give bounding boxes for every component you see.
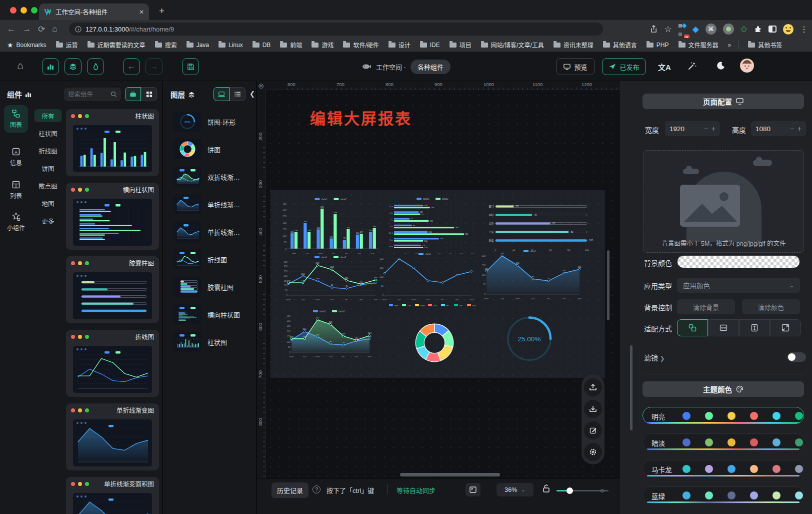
fit-height-button[interactable]	[739, 319, 770, 336]
category-饼图[interactable]: 饼图	[34, 162, 62, 175]
extension-star-icon[interactable]: ✩	[740, 24, 748, 35]
bookmark-folder[interactable]: 运营	[56, 41, 78, 49]
theme-color-dot[interactable]	[795, 491, 803, 499]
category-折线图[interactable]: 折线图	[34, 144, 62, 157]
toggle-list-view[interactable]	[230, 87, 246, 101]
bookmark-folder[interactable]: 设计	[388, 41, 410, 49]
toggle-grid-view[interactable]	[141, 87, 157, 101]
bookmark-folder[interactable]: 软件/硬件	[343, 41, 378, 49]
theme-color-dot[interactable]	[750, 438, 758, 446]
layer-item[interactable]: 折线图	[162, 247, 256, 272]
chart-capsule-bars[interactable]: 厦门20南阳40北京60上海80新疆100020406080100	[482, 197, 595, 252]
bookmark-folder[interactable]: 前端	[280, 41, 302, 49]
bookmark-folder[interactable]: 网站/博客/文章/工具	[481, 41, 544, 49]
theme-color-dot[interactable]	[682, 438, 690, 446]
search-input[interactable]	[68, 91, 108, 98]
extension-dot-icon[interactable]	[723, 24, 734, 35]
background-color-swatch[interactable]	[677, 255, 800, 268]
sidebar-toggle-icon[interactable]	[768, 26, 776, 33]
component-card[interactable]: 胶囊柱图	[66, 256, 159, 323]
site-info-icon[interactable]	[75, 26, 82, 33]
panel-scrollbar[interactable]	[630, 345, 632, 430]
component-card[interactable]: 单折线渐变图	[66, 403, 159, 470]
bookmark-folder[interactable]: IDE	[420, 42, 440, 49]
address-bar[interactable]: 127.0.0.1:3000/#/chart/home/9	[69, 23, 603, 36]
browser-tab[interactable]: 工作空间-各种组件 ✕	[39, 4, 149, 20]
theme-color-dot[interactable]	[728, 438, 736, 446]
layer-item[interactable]: 双折线渐…	[162, 164, 256, 189]
clear-background-button[interactable]: 清除背景	[677, 299, 735, 314]
theme-color-dot[interactable]	[682, 491, 690, 499]
history-button[interactable]: 历史记录	[272, 482, 308, 498]
bookmark-folder[interactable]: 近期需要读的文章	[88, 41, 146, 49]
decrement-icon[interactable]: −	[704, 125, 708, 133]
chart-line-single[interactable]: data1050100150200MonTueWedThuFriSatSun	[376, 251, 476, 301]
rail-item-0[interactable]: 图表	[4, 105, 28, 133]
theme-row-暗淡[interactable]: 暗淡	[642, 433, 804, 450]
layer-item[interactable]: 25% 饼图-环形	[162, 109, 256, 134]
theme-color-dot[interactable]	[705, 412, 713, 420]
increment-icon[interactable]: +	[712, 125, 716, 133]
bookmark-folder[interactable]: 游戏	[312, 41, 334, 49]
app-type-select[interactable]: 应用颜色 ⌄	[677, 278, 800, 293]
bookmark-folder[interactable]: Linux	[218, 42, 243, 49]
extension-command-icon[interactable]: ⌘	[706, 24, 716, 35]
bookmark-folder[interactable]: 项目	[450, 41, 472, 49]
theme-color-dot[interactable]	[772, 438, 780, 446]
dashboard-screen[interactable]: data1data2050100150200250300350120130Mon…	[270, 190, 605, 378]
bookmark-folder[interactable]: 文件服务器	[678, 41, 718, 49]
page-config-header[interactable]: 页面配置	[642, 94, 804, 109]
preview-button[interactable]: 预览	[556, 58, 595, 75]
component-card[interactable]: 横向柱状图	[66, 183, 159, 250]
theme-row-马卡龙[interactable]: 马卡龙	[642, 460, 804, 477]
project-name-pill[interactable]: 各种组件	[410, 60, 450, 74]
ruler-origin-icon[interactable]: ◎	[256, 81, 266, 90]
window-zoom-button[interactable]	[31, 7, 38, 14]
category-地图[interactable]: 地图	[34, 197, 62, 210]
menu-dots-icon[interactable]: ⋮	[800, 25, 808, 34]
filter-toggle[interactable]	[787, 352, 806, 362]
zoom-slider-knob[interactable]	[566, 487, 573, 494]
theme-color-dot[interactable]	[750, 412, 758, 420]
tab-close-icon[interactable]: ✕	[139, 9, 144, 16]
zoom-slider[interactable]	[556, 490, 608, 491]
chart-donut-week[interactable]: MonTueWedThuFriSatSun	[384, 301, 484, 376]
export-button[interactable]	[584, 400, 602, 418]
bookmarks-overflow[interactable]: »	[728, 42, 732, 49]
window-minimize-button[interactable]	[20, 7, 27, 14]
forward-icon[interactable]: →	[22, 24, 31, 34]
window-close-button[interactable]	[10, 7, 16, 14]
unlock-icon[interactable]	[542, 484, 550, 492]
theme-row-蓝绿[interactable]: 蓝绿	[642, 486, 804, 503]
zoom-select[interactable]: 36%⌄	[496, 483, 534, 496]
theme-color-dot[interactable]	[750, 465, 758, 473]
profile-avatar[interactable]	[783, 24, 794, 35]
increment-icon[interactable]: +	[798, 125, 802, 133]
toggle-thumbnail-view[interactable]	[214, 87, 230, 101]
toggle-box-view[interactable]	[125, 87, 141, 101]
bookmark-folder[interactable]: PHP	[646, 42, 669, 49]
height-input[interactable]: 1080 −+	[751, 121, 806, 136]
share-icon[interactable]	[650, 25, 658, 33]
category-柱状图[interactable]: 柱状图	[34, 127, 62, 140]
theme-color-dot[interactable]	[795, 438, 803, 446]
width-input[interactable]: 1920 −+	[665, 121, 720, 136]
bookmark-folder[interactable]: DB	[252, 42, 271, 49]
drawer-button[interactable]	[466, 483, 480, 496]
big-screen-title-text[interactable]: 编辑大屏报表	[310, 106, 412, 129]
layer-item[interactable]: 柱状图	[162, 329, 256, 354]
canvas-vertical-scrollbar[interactable]	[607, 250, 610, 320]
editor-canvas[interactable]: 600700800900100011001200 200300400500600…	[256, 81, 620, 514]
chart-bar-grouped[interactable]: data1data2050100150200250300350120130Mon…	[280, 196, 382, 255]
theme-color-dot[interactable]	[705, 438, 713, 446]
theme-color-dot[interactable]	[795, 465, 803, 473]
theme-color-dot[interactable]	[705, 465, 713, 473]
layer-item[interactable]: 胶囊柱图	[162, 274, 256, 299]
component-search[interactable]	[64, 88, 121, 101]
theme-color-header[interactable]: 主题颜色	[642, 381, 804, 397]
magic-wand-icon[interactable]	[687, 61, 697, 71]
decrement-icon[interactable]: −	[790, 125, 794, 133]
theme-color-dot[interactable]	[728, 412, 736, 420]
theme-color-dot[interactable]	[682, 412, 690, 420]
layer-item[interactable]: 单折线渐…	[162, 219, 256, 244]
